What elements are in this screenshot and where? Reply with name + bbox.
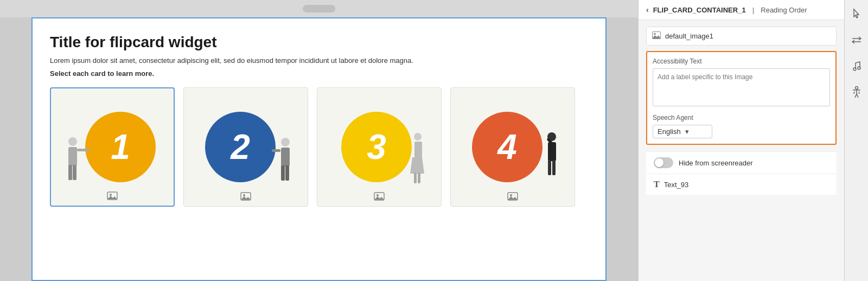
right-panel: ‹ FLIP_CARD_CONTAINER_1 | Reading Order … [638,0,844,281]
flip-card-1[interactable]: 1 [50,87,175,207]
card-bottom-icon-2 [240,192,251,203]
card-bottom-icon-4 [507,192,518,203]
side-toolbar [844,0,868,281]
hide-screenreader-toggle[interactable] [654,157,673,168]
svg-rect-3 [73,165,76,180]
card-person-4 [540,131,567,202]
svg-rect-17 [414,142,422,158]
svg-marker-34 [652,35,661,39]
card-number-2: 2 [231,127,250,167]
svg-marker-18 [410,157,424,174]
text-item-row[interactable]: T Text_93 [646,174,837,195]
accessibility-label: Accessibility Text [653,58,830,65]
toolbar-icon-swap[interactable] [849,33,864,48]
card-circle-2: 2 [205,112,276,182]
svg-point-30 [510,194,512,196]
svg-rect-4 [77,149,89,151]
toolbar-icon-pointer[interactable] [849,7,864,22]
svg-point-33 [654,33,656,35]
accessibility-section: Accessibility Text Speech Agent English … [646,51,837,145]
image-row[interactable]: default_image1 [646,27,837,46]
svg-marker-31 [508,196,518,200]
text-item-name: Text_93 [664,181,689,189]
svg-rect-27 [552,160,556,175]
canvas-wrapper: Title for flipcard widget Lorem ipsum do… [0,0,638,281]
svg-rect-11 [285,165,289,181]
svg-marker-7 [107,196,117,199]
svg-rect-12 [272,149,280,152]
panel-and-toolbar: ‹ FLIP_CARD_CONTAINER_1 | Reading Order … [638,0,868,281]
svg-point-16 [414,133,422,140]
toolbar-icon-music[interactable] [849,59,864,74]
panel-header-subtitle: Reading Order [761,6,807,14]
svg-point-6 [110,194,112,196]
card-circle-3: 3 [341,112,412,182]
svg-point-37 [855,87,858,90]
image-name: default_image1 [665,32,713,40]
screenreader-row: Hide from screenreader [646,151,837,174]
svg-rect-20 [418,173,420,183]
svg-marker-23 [374,196,384,200]
canvas-top-bar [0,0,638,17]
card-number-3: 3 [367,127,386,167]
canvas-handle [303,5,335,12]
flip-card-2[interactable]: 2 [183,87,308,207]
card-bottom-icon-1 [107,191,118,202]
svg-rect-9 [281,148,290,167]
toggle-knob [655,158,663,167]
widget-instruction: Select each card to learn more. [50,69,588,78]
svg-rect-2 [68,165,72,180]
speech-agent-select[interactable]: English ▾ [653,125,712,138]
image-icon [652,31,661,41]
canvas-content: Title for flipcard widget Lorem ipsum do… [31,17,607,281]
flip-card-4[interactable]: 4 [450,87,575,207]
svg-point-14 [243,194,245,196]
header-separator: | [752,6,755,14]
svg-point-0 [68,137,77,146]
chevron-down-icon: ▾ [685,127,689,136]
back-button[interactable]: ‹ [646,5,649,14]
panel-header-title: FLIP_CARD_CONTAINER_1 [653,6,746,14]
hide-screenreader-label: Hide from screenreader [679,159,753,167]
card-person-2 [272,136,299,201]
svg-point-35 [853,68,856,71]
svg-point-36 [858,67,860,69]
panel-header: ‹ FLIP_CARD_CONTAINER_1 | Reading Order [639,0,844,20]
svg-rect-26 [548,160,551,175]
svg-rect-1 [68,147,77,166]
speech-agent-label: Speech Agent [653,114,830,122]
card-person-1 [61,135,91,200]
cards-container: 1 [50,87,588,207]
svg-rect-19 [414,173,417,183]
accessibility-textarea[interactable] [653,68,830,106]
speech-agent-value: English [658,127,681,136]
widget-description: Lorem ipsum dolor sit amet, consectetur … [50,55,588,66]
text-item-icon: T [654,180,660,189]
svg-point-22 [376,194,379,196]
card-number-4: 4 [497,127,517,167]
flip-card-3[interactable]: 3 [317,87,442,207]
toolbar-icon-accessibility[interactable] [849,85,864,100]
card-circle-4: 4 [472,112,542,182]
widget-title: Title for flipcard widget [50,34,588,51]
svg-rect-10 [281,165,285,181]
svg-point-8 [281,138,290,146]
svg-marker-15 [241,196,251,200]
card-person-3 [406,130,430,201]
card-number-1: 1 [111,127,130,167]
card-bottom-icon-3 [374,192,385,203]
panel-body: default_image1 Accessibility Text Speech… [639,20,844,281]
card-circle-1: 1 [85,112,156,182]
